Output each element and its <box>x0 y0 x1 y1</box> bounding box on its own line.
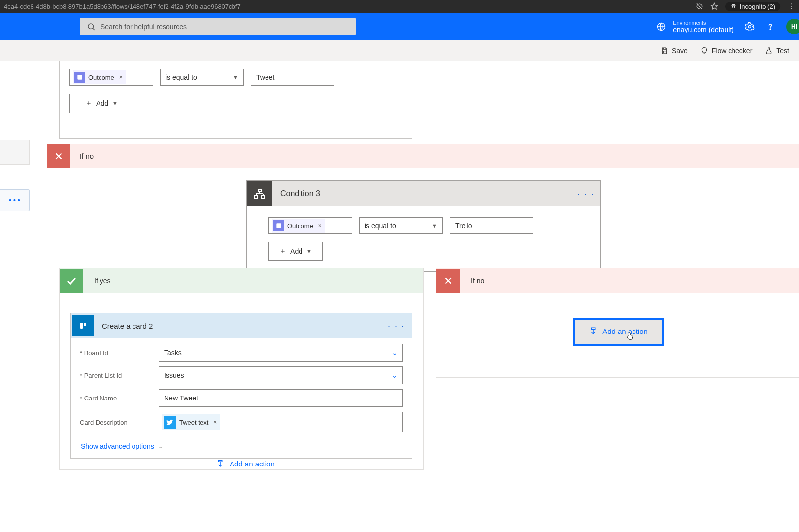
branch-if-yes-header[interactable]: If yes <box>60 268 423 293</box>
globe-icon <box>656 22 666 32</box>
parent-list-select[interactable]: Issues ⌄ <box>159 366 403 384</box>
add-row-button[interactable]: ＋ Add ▼ <box>69 94 133 113</box>
branch-if-yes-panel: If yes Create a card 2 · · · Board Id Ta… <box>59 268 424 470</box>
field-label-parent-list: Parent List Id <box>80 372 122 379</box>
condition3-header[interactable]: Condition 3 · · · <box>247 181 600 206</box>
search-input[interactable]: Search for helpful resources <box>80 18 356 35</box>
add-action-highlighted[interactable]: Add an action <box>573 318 664 346</box>
svg-rect-20 <box>255 196 258 198</box>
svg-point-4 <box>791 6 792 7</box>
ellipsis-icon[interactable]: · · · <box>577 189 595 199</box>
token-remove-icon[interactable]: × <box>213 419 217 426</box>
cond3-add-row-button[interactable]: ＋ Add ▼ <box>268 242 323 261</box>
svg-rect-25 <box>84 323 86 326</box>
trello-create-card-action: Create a card 2 · · · Board Id Tasks ⌄ P… <box>70 313 412 459</box>
condition-right-operand[interactable]: Tweet <box>251 69 334 86</box>
svg-point-10 <box>770 29 771 30</box>
twitter-icon <box>164 416 176 429</box>
branch-if-no2-header[interactable]: If no <box>436 268 799 293</box>
ellipsis-icon[interactable]: · · · <box>388 321 405 331</box>
add-action-link-yes[interactable]: Add an action <box>216 459 275 468</box>
svg-point-1 <box>732 6 733 8</box>
board-id-select[interactable]: Tasks ⌄ <box>159 344 403 362</box>
chevron-down-icon: ⌄ <box>392 349 398 357</box>
card-description-input[interactable]: Tweet text × <box>159 412 403 432</box>
x-icon <box>47 144 70 168</box>
cursor-hand-icon <box>625 331 635 341</box>
svg-rect-12 <box>77 75 82 79</box>
condition-card-top: Outcome × is equal to ▼ Tweet ＋ Add ▼ <box>59 61 412 139</box>
svg-point-5 <box>791 8 792 9</box>
plus-icon: ＋ <box>85 99 92 108</box>
outcome-token[interactable]: Outcome × <box>73 70 126 84</box>
token-remove-icon[interactable]: × <box>318 222 322 229</box>
svg-rect-11 <box>663 51 666 53</box>
svg-rect-22 <box>276 223 281 228</box>
chevron-down-icon: ⌄ <box>158 443 163 450</box>
environment-label: Environments <box>673 20 734 26</box>
cond3-right-operand[interactable]: Trello <box>450 217 533 234</box>
condition3-card: Condition 3 · · · Outcome × is equal to … <box>246 180 601 272</box>
branch-label: If yes <box>94 277 110 285</box>
branch-if-no-header[interactable]: If no <box>47 144 799 168</box>
condition-icon <box>247 181 272 206</box>
eye-off-icon[interactable] <box>696 2 703 10</box>
svg-rect-24 <box>80 323 83 329</box>
chevron-down-icon: ▼ <box>432 223 437 229</box>
svg-rect-30 <box>591 328 595 329</box>
tweet-text-token[interactable]: Tweet text × <box>162 414 220 430</box>
condition-operator-select[interactable]: is equal to ▼ <box>160 69 244 86</box>
chevron-down-icon: ▼ <box>306 248 312 254</box>
card-name-input[interactable]: New Tweet <box>159 389 403 407</box>
condition-left-operand[interactable]: Outcome × <box>69 69 153 86</box>
plus-icon: ＋ <box>279 247 286 256</box>
trello-icon <box>72 315 94 336</box>
svg-rect-23 <box>79 321 88 330</box>
cond3-left-operand[interactable]: Outcome × <box>268 217 352 234</box>
branch-label: If no <box>471 277 484 285</box>
browser-url: 4ca4-cde8-4d8b-bcb8-897b1a5d8b63/flows/1… <box>4 3 696 10</box>
left-ellipsis-chip[interactable]: • • • <box>0 189 30 211</box>
save-button[interactable]: Save <box>661 47 688 55</box>
environment-picker[interactable]: Environments enayu.com (default) <box>656 20 734 33</box>
field-label-card-desc: Card Description <box>80 419 128 426</box>
trello-card-title: Create a card 2 <box>102 322 153 330</box>
svg-rect-21 <box>262 196 265 198</box>
search-icon <box>87 22 96 31</box>
help-icon[interactable] <box>766 22 775 32</box>
svg-point-3 <box>791 3 792 4</box>
cond3-operator-select[interactable]: is equal to ▼ <box>359 217 443 234</box>
field-label-board-id: Board Id <box>80 349 108 357</box>
outcome-token[interactable]: Outcome × <box>272 219 325 233</box>
flow-checker-button[interactable]: Flow checker <box>700 47 752 55</box>
settings-gear-icon[interactable] <box>745 22 755 32</box>
check-icon <box>60 269 83 293</box>
condition3-title: Condition 3 <box>280 189 320 198</box>
svg-point-9 <box>749 26 751 28</box>
avatar[interactable]: HI <box>786 19 799 34</box>
svg-point-6 <box>88 24 94 29</box>
search-placeholder: Search for helpful resources <box>100 23 187 31</box>
chevron-down-icon: ⌄ <box>392 371 398 379</box>
forms-icon <box>74 72 85 83</box>
incognito-indicator: Incognito (2) <box>725 2 780 11</box>
kebab-icon[interactable] <box>787 2 795 10</box>
branch-label: If no <box>79 152 94 160</box>
branch-if-no2-panel: If no Add an action <box>436 268 799 378</box>
sibling-panel-edge <box>0 140 30 165</box>
star-icon[interactable] <box>710 2 718 10</box>
test-button[interactable]: Test <box>765 47 789 55</box>
svg-line-7 <box>93 28 94 30</box>
svg-point-2 <box>733 6 735 8</box>
field-label-card-name: Card Name <box>80 395 117 402</box>
chevron-down-icon: ▼ <box>112 100 118 106</box>
trello-card-header[interactable]: Create a card 2 · · · <box>71 313 412 338</box>
flow-canvas[interactable]: • • • Outcome × is equal to ▼ <box>0 61 799 532</box>
token-remove-icon[interactable]: × <box>119 74 123 81</box>
svg-marker-0 <box>711 3 717 9</box>
x-icon <box>436 269 460 293</box>
chevron-down-icon: ▼ <box>233 74 238 80</box>
svg-rect-15 <box>258 189 261 192</box>
app-header: Search for helpful resources Environment… <box>0 13 799 40</box>
show-advanced-options-link[interactable]: Show advanced options ⌄ <box>81 442 163 450</box>
